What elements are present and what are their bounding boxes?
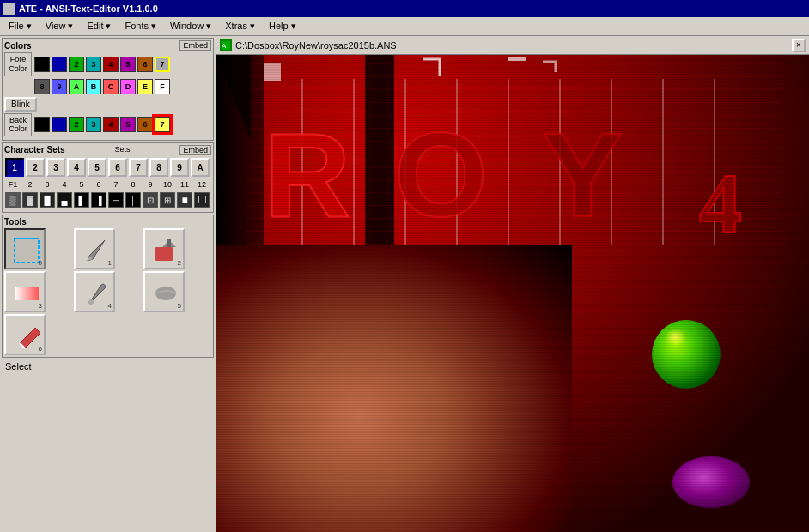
charsets-embed-btn[interactable]: Embed [179, 145, 211, 155]
charsets-header: Character Sets Sets Embed [4, 145, 211, 155]
svg-text:4: 4 [699, 155, 742, 251]
fill-tool-btn[interactable]: 2 [143, 228, 185, 269]
ansi-art-canvas: R O Y 4 [216, 55, 809, 532]
char-num-2: 2 [22, 180, 38, 189]
colors-header: Colors Embed [4, 40, 211, 51]
svg-text:R: R [264, 107, 350, 242]
fore-color-C[interactable]: C [103, 79, 119, 94]
app-icon [3, 3, 15, 15]
fore-color-8[interactable]: 8 [34, 79, 50, 94]
brush-tool-btn[interactable]: 1 [74, 228, 115, 269]
tool-num-4: 4 [108, 302, 112, 310]
fore-color-2[interactable]: 2 [69, 57, 84, 72]
charset-btn-2[interactable]: 2 [26, 158, 45, 177]
tool-num-5: 5 [178, 302, 181, 310]
char-preview-10[interactable]: ⊞ [160, 192, 175, 208]
back-color-4[interactable]: 4 [103, 117, 119, 132]
gradient-tool-btn[interactable]: 3 [4, 271, 46, 312]
charset-btn-4[interactable]: 4 [67, 158, 86, 177]
blink-button[interactable]: Blink [4, 97, 37, 112]
char-preview-6[interactable]: ▐ [91, 192, 106, 208]
fore-color-3[interactable]: 3 [86, 57, 101, 72]
select-tool-btn[interactable]: 0 [4, 228, 46, 269]
doc-icon: A [220, 39, 232, 51]
charset-btn-A[interactable]: A [191, 158, 210, 177]
main-layout: Colors Embed ForeColor 0 1 2 3 4 5 6 7 8… [0, 36, 809, 532]
svg-rect-5 [15, 287, 39, 300]
charsets-label: Character Sets [4, 145, 65, 155]
svg-rect-2 [155, 247, 173, 261]
fore-color-9[interactable]: 9 [52, 79, 67, 94]
char-num-11: 11 [177, 180, 192, 189]
menu-window[interactable]: Window ▾ [163, 19, 218, 33]
eraser-tool-btn[interactable]: 6 [4, 314, 46, 355]
char-preview-12[interactable]: ☐ [194, 192, 210, 208]
charset-btn-9[interactable]: 9 [170, 158, 189, 177]
char-preview-2[interactable]: ▓ [22, 192, 38, 208]
back-color-2[interactable]: 2 [69, 117, 84, 132]
char-preview-9[interactable]: ⊡ [143, 192, 158, 208]
menu-xtras[interactable]: Xtras ▾ [218, 19, 262, 33]
back-color-0[interactable]: 0 [34, 117, 50, 132]
svg-text:O: O [394, 107, 488, 242]
fore-color-A[interactable]: A [69, 79, 84, 94]
back-color-3[interactable]: 3 [86, 117, 101, 132]
fore-color-B[interactable]: B [86, 79, 101, 94]
fore-color-F[interactable]: F [155, 79, 170, 94]
charset-btn-3[interactable]: 3 [46, 158, 65, 177]
tool-num-1: 1 [108, 259, 112, 267]
colors-embed-btn[interactable]: Embed [179, 40, 211, 51]
fore-color-4[interactable]: 4 [103, 57, 119, 72]
char-num-9: 9 [143, 180, 158, 189]
menu-view[interactable]: View ▾ [39, 19, 81, 33]
tools-grid: 0 1 2 [4, 228, 211, 355]
fore-color-6[interactable]: 6 [137, 57, 153, 72]
back-color-1[interactable]: 1 [52, 117, 67, 132]
fore-color-D[interactable]: D [120, 79, 136, 94]
fore-color-label: ForeColor [4, 52, 32, 76]
char-preview-1[interactable]: ▒ [5, 192, 21, 208]
charset-btn-6[interactable]: 6 [108, 158, 127, 177]
svg-point-7 [155, 287, 176, 300]
char-num-8: 8 [125, 180, 141, 189]
char-num-7: 7 [108, 180, 124, 189]
char-preview-8[interactable]: │ [125, 192, 141, 208]
fore-color-0[interactable]: 0 [34, 57, 50, 72]
char-num-12: 12 [194, 180, 210, 189]
fore-color-5[interactable]: 5 [120, 57, 136, 72]
ansi-green-orb [652, 320, 721, 389]
fore-color-7[interactable]: 7 [155, 57, 170, 72]
doc-close-btn[interactable]: × [792, 39, 806, 52]
menu-help[interactable]: Help ▾ [262, 19, 303, 33]
tool-num-0: 0 [39, 259, 42, 267]
svg-rect-0 [15, 239, 39, 263]
charsets-section: Character Sets Sets Embed 1 2 3 4 5 6 7 … [2, 142, 214, 213]
back-color-5[interactable]: 5 [120, 117, 136, 132]
char-preview-4[interactable]: ▄ [57, 192, 72, 208]
charset-btn-7[interactable]: 7 [129, 158, 148, 177]
fore-color-1[interactable]: 1 [52, 57, 67, 72]
left-panel: Colors Embed ForeColor 0 1 2 3 4 5 6 7 8… [0, 36, 216, 532]
smudge-tool-btn[interactable]: 5 [143, 271, 185, 312]
char-preview-7[interactable]: ─ [108, 192, 124, 208]
charset-btn-5[interactable]: 5 [88, 158, 106, 177]
fore-color-row2: 8 9 A B C D E F [4, 78, 211, 95]
char-preview-3[interactable]: █ [40, 192, 55, 208]
tool-num-2: 2 [178, 259, 181, 267]
back-color-7-sel[interactable]: 7 [155, 117, 170, 132]
charset-btn-1[interactable]: 1 [5, 158, 24, 177]
menu-fonts[interactable]: Fonts ▾ [119, 19, 164, 33]
eyedropper-tool-btn[interactable]: 4 [74, 271, 115, 312]
fore-color-row1: ForeColor 0 1 2 3 4 5 6 7 [4, 52, 211, 76]
charset-btn-8[interactable]: 8 [149, 158, 168, 177]
canvas-area[interactable]: R O Y 4 [216, 55, 809, 532]
char-num-5: 5 [74, 180, 89, 189]
menu-file[interactable]: File ▾ [2, 19, 39, 33]
char-preview-11[interactable]: ■ [177, 192, 192, 208]
char-preview-row: ▒ ▓ █ ▄ ▌ ▐ ─ │ ⊡ ⊞ ■ ☐ [4, 191, 211, 209]
back-color-6[interactable]: 6 [137, 117, 153, 132]
fore-color-E[interactable]: E [137, 79, 153, 94]
tools-section: Tools 0 1 [2, 215, 214, 358]
menu-edit[interactable]: Edit ▾ [80, 19, 118, 33]
char-preview-5[interactable]: ▌ [74, 192, 89, 208]
